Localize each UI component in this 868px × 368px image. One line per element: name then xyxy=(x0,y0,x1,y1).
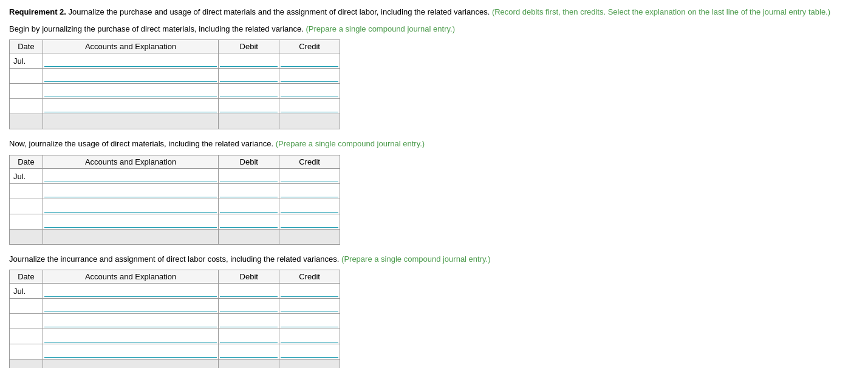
table-row xyxy=(10,99,340,114)
table-row: Jul. xyxy=(10,284,340,299)
table3-debit-cell-5 xyxy=(219,344,279,359)
table2-credit-cell-1 xyxy=(279,168,340,183)
table3-date-header: Date xyxy=(10,270,43,284)
table2-credit-input-2[interactable] xyxy=(281,185,338,197)
table3-credit-input-5[interactable] xyxy=(281,346,338,358)
table1-credit-input-2[interactable] xyxy=(281,70,338,82)
table2-credit-cell-3 xyxy=(279,199,340,214)
table1-credit-input-1[interactable] xyxy=(281,55,338,67)
table3-debit-cell-3 xyxy=(219,314,279,329)
table1-debit-cell-3 xyxy=(219,84,279,99)
table3-account-cell-4 xyxy=(43,329,218,344)
table3-account-input-5[interactable] xyxy=(44,346,217,358)
table3-debit-input-4[interactable] xyxy=(220,330,278,342)
table3-accounts-header: Accounts and Explanation xyxy=(43,270,218,284)
table2-credit-input-1[interactable] xyxy=(281,170,338,182)
table3-debit-input-2[interactable] xyxy=(220,300,278,312)
table2-debit-header: Debit xyxy=(219,155,279,168)
table2-debit-input-3[interactable] xyxy=(220,200,278,213)
table1-account-cell-4 xyxy=(43,99,218,114)
section2-text: Now, journalize the usage of direct mate… xyxy=(9,139,273,148)
table2-account-input-1[interactable] xyxy=(44,170,217,182)
table3-account-input-4[interactable] xyxy=(44,330,217,342)
table1-debit-input-2[interactable] xyxy=(220,70,278,82)
table1-account-input-4[interactable] xyxy=(44,100,217,112)
table2-debit-cell-1 xyxy=(219,168,279,183)
table3-credit-input-4[interactable] xyxy=(281,330,338,342)
table3-date-cell-4 xyxy=(10,329,43,344)
table2-account-input-5[interactable] xyxy=(44,231,217,243)
table2-debit-cell-5 xyxy=(219,229,279,244)
table3-account-input-6[interactable] xyxy=(44,361,217,368)
table1-date-cell-2 xyxy=(10,69,43,84)
table2-account-cell-1 xyxy=(43,168,218,183)
table3-account-cell-6 xyxy=(43,359,218,369)
table1-account-input-5[interactable] xyxy=(44,115,217,128)
table3-credit-cell-1 xyxy=(279,284,340,299)
table2-credit-input-4[interactable] xyxy=(281,216,338,228)
table3-credit-cell-6 xyxy=(279,359,340,369)
table3-debit-cell-4 xyxy=(219,329,279,344)
table3-account-cell-5 xyxy=(43,344,218,359)
table2-account-input-2[interactable] xyxy=(44,185,217,197)
table-row xyxy=(10,329,340,344)
table3-date-cell-2 xyxy=(10,299,43,314)
table2-debit-input-4[interactable] xyxy=(220,216,278,228)
table2-account-input-3[interactable] xyxy=(44,200,217,213)
table1-credit-input-3[interactable] xyxy=(281,85,338,97)
section1-color-text: (Prepare a single compound journal entry… xyxy=(306,24,455,33)
table1-credit-input-4[interactable] xyxy=(281,100,338,112)
table2-debit-input-1[interactable] xyxy=(220,170,278,182)
table2-date-cell-4 xyxy=(10,214,43,229)
table1-account-input-2[interactable] xyxy=(44,70,217,82)
table3-credit-cell-3 xyxy=(279,314,340,329)
table3-credit-input-3[interactable] xyxy=(281,315,338,327)
table1-debit-input-3[interactable] xyxy=(220,85,278,97)
table3-account-cell-1 xyxy=(43,284,218,299)
table1-debit-input-4[interactable] xyxy=(220,100,278,112)
table3-date-cell-5 xyxy=(10,344,43,359)
table3-credit-cell-5 xyxy=(279,344,340,359)
table3-date-cell-3 xyxy=(10,314,43,329)
table2-account-cell-5 xyxy=(43,229,218,244)
table3-debit-input-3[interactable] xyxy=(220,315,278,327)
table1-account-input-1[interactable] xyxy=(44,55,217,67)
table3-debit-header: Debit xyxy=(219,270,279,284)
table2-debit-input-2[interactable] xyxy=(220,185,278,197)
table3-date-cell-1: Jul. xyxy=(10,284,43,299)
table1-debit-input-1[interactable] xyxy=(220,55,278,67)
table2-date-cell-1: Jul. xyxy=(10,168,43,183)
table3-account-input-3[interactable] xyxy=(44,315,217,327)
table3-debit-input-1[interactable] xyxy=(220,285,278,297)
table-row-last xyxy=(10,229,340,244)
table3-credit-input-2[interactable] xyxy=(281,300,338,312)
table1-account-cell-2 xyxy=(43,69,218,84)
table2-account-input-4[interactable] xyxy=(44,216,217,228)
table1-date-header: Date xyxy=(10,40,43,53)
table-row xyxy=(10,214,340,229)
table1-account-cell-5 xyxy=(43,114,218,129)
table1-date-cell-4 xyxy=(10,99,43,114)
section1-instruction: Begin by journalizing the purchase of di… xyxy=(9,23,859,35)
table2-date-cell-3 xyxy=(10,199,43,214)
table-row xyxy=(10,314,340,329)
table1-account-input-3[interactable] xyxy=(44,85,217,97)
table3-credit-input-1[interactable] xyxy=(281,285,338,297)
table3-debit-input-5[interactable] xyxy=(220,346,278,358)
table1-credit-cell-2 xyxy=(279,69,340,84)
table3-account-input-2[interactable] xyxy=(44,300,217,312)
requirement-instruction-color: (Record debits first, then credits. Sele… xyxy=(492,7,830,16)
section2-instruction: Now, journalize the usage of direct mate… xyxy=(9,138,859,150)
section2-color-text: (Prepare a single compound journal entry… xyxy=(276,139,425,148)
requirement-label: Requirement 2. xyxy=(9,7,66,16)
table2-account-cell-4 xyxy=(43,214,218,229)
table1-account-cell-3 xyxy=(43,84,218,99)
table3-debit-cell-1 xyxy=(219,284,279,299)
table3-account-input-1[interactable] xyxy=(44,285,217,297)
requirement-text: Requirement 2. Journalize the purchase a… xyxy=(9,6,859,18)
table2-credit-input-3[interactable] xyxy=(281,200,338,213)
table-row-last xyxy=(10,114,340,129)
table1-debit-cell-4 xyxy=(219,99,279,114)
table1-credit-cell-3 xyxy=(279,84,340,99)
journal-table-2: Date Accounts and Explanation Debit Cred… xyxy=(9,155,340,245)
